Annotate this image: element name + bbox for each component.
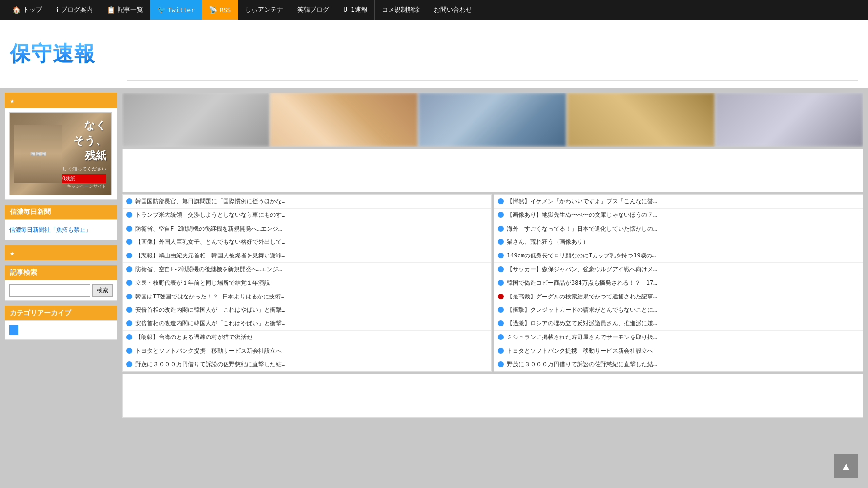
- article-dot: [126, 212, 132, 218]
- home-icon: 🏠: [12, 6, 21, 14]
- featured-banner: [122, 93, 863, 147]
- article-left-item[interactable]: 防衛省、空自F-2戦闘機の後継機を新規開発へ…エンジンなど: [123, 263, 491, 276]
- article-text: トランプ米大統領「交渉しようとしないなら車にものすごい関: [135, 211, 287, 219]
- article-right-item[interactable]: 韓国で偽造コピー商品が384万点も摘発される！？ 1700人ま: [494, 276, 863, 290]
- articles-left-column: 韓国国防部長官、旭日旗問題に「国際慣例に従うほかない事案トランプ米大統領「交渉し…: [122, 194, 492, 372]
- article-left-item[interactable]: 韓国はIT強国ではなかった！？ 日本よりはるかに技術水準が低: [123, 290, 491, 304]
- list-icon: 📋: [107, 6, 115, 14]
- info-icon: ℹ: [56, 6, 59, 14]
- article-dot: [126, 320, 132, 326]
- article-left-item[interactable]: 安倍首相の改造内閣に韓国人が「これはやばい」と衝撃を受け: [123, 317, 491, 331]
- article-text: トヨタとソフトバンク提携 移動サービス新会社設立へ: [507, 347, 653, 355]
- article-left-item[interactable]: 立民・枝野代表が１年前と同じ場所で結党１年演説: [123, 276, 491, 290]
- header-ad-banner: [127, 27, 858, 81]
- article-text: 【サッカー】森保ジャパン、強豪ウルグアイ戦へ向けメンバー: [507, 265, 658, 274]
- article-text: 【画像】外国人巨乳女子、とんでもない格好で外出してしまう: [135, 238, 287, 246]
- article-left-item[interactable]: 防衛省、空自F-2戦闘機の後継機を新規開発へ…エンジンなど: [123, 222, 491, 236]
- article-text: 安倍首相の改造内閣に韓国人が「これはやばい」と衝撃を受け: [135, 306, 287, 314]
- sidebar-ad-image[interactable]: 📰📰📰 なくそう、残紙 詳しく知ってください NO残紙 キャンペーンサイト: [9, 112, 112, 195]
- sidebar-section-search: 記事検索 検索: [5, 265, 117, 301]
- sidebar-ad-badge2: キャンペーンサイト: [58, 183, 106, 190]
- main-content: 韓国国防部長官、旭日旗問題に「国際慣例に従うほかない事案トランプ米大統領「交渉し…: [122, 93, 863, 418]
- sidebar-section-star1: ★ 📰📰📰 なくそう、残紙 詳しく知ってください NO残紙 キャンペーンサイト: [5, 93, 117, 200]
- site-logo[interactable]: 保守速報: [10, 40, 96, 67]
- article-left-item[interactable]: トヨタとソフトバンク提携 移動サービス新会社設立へ: [123, 344, 491, 358]
- article-dot: [498, 198, 504, 204]
- article-dot: [498, 307, 504, 313]
- article-right-item[interactable]: 海外「すごくなってる！」日本で進化していた懐かしのレスト: [494, 222, 863, 236]
- featured-thumb-1[interactable]: [122, 93, 269, 147]
- article-right-item[interactable]: 149cmの低身長でロリ顔なのにIカップ乳を持つ19歳の新人が: [494, 249, 863, 263]
- twitter-icon: 🐦: [157, 6, 165, 14]
- shinano-link[interactable]: 信濃毎日新聞社「魚拓も禁止」: [9, 224, 113, 236]
- nav-blog-guide[interactable]: ℹ ブログ案内: [49, 0, 100, 20]
- article-right-item[interactable]: 【サッカー】森保ジャパン、強豪ウルグアイ戦へ向けメンバー: [494, 263, 863, 276]
- article-dot: [498, 266, 504, 272]
- search-button[interactable]: 検索: [92, 284, 113, 297]
- star-icon-2: ★: [10, 248, 15, 257]
- article-left-item[interactable]: トランプ米大統領「交渉しようとしないなら車にものすごい関: [123, 209, 491, 222]
- search-input[interactable]: [9, 284, 90, 297]
- article-right-item[interactable]: 【愕然】イケメン「かわいいですよ」ブス「こんなに誉められ: [494, 195, 863, 209]
- article-text: トヨタとソフトバンク提携 移動サービス新会社設立へ: [135, 347, 282, 355]
- article-text: 防衛省、空自F-2戦闘機の後継機を新規開発へ…エンジンなど: [135, 265, 287, 274]
- article-dot: [498, 253, 504, 258]
- sidebar: ★ 📰📰📰 なくそう、残紙 詳しく知ってください NO残紙 キャンペーンサイト: [5, 93, 117, 418]
- nav-rss[interactable]: 📡 RSS: [202, 0, 238, 20]
- category-indicator: [9, 325, 18, 335]
- article-dot: [126, 198, 132, 204]
- logo-area: 保守速報: [10, 40, 117, 67]
- article-text: 韓国国防部長官、旭日旗問題に「国際慣例に従うほかない事案: [135, 197, 287, 206]
- nav-comment[interactable]: コメ規制解除: [375, 0, 427, 20]
- article-text: 【過激】ロシアの埋め立て反対派議員さん、推進派に嫌がらせ: [507, 319, 658, 328]
- article-right-item[interactable]: 【最高裁】グーグルの検索結果でかつて逮捕された記事、歯: [494, 290, 863, 304]
- article-dot: [126, 294, 132, 299]
- nav-u1[interactable]: U-1速報: [336, 0, 374, 20]
- nav-contact[interactable]: お問い合わせ: [427, 0, 479, 20]
- article-right-item[interactable]: トヨタとソフトバンク提携 移動サービス新会社設立へ: [494, 344, 863, 358]
- article-right-item[interactable]: ミシュランに掲載された寿司屋さんでサーモンを取り扱っての: [494, 331, 863, 344]
- nav-articles[interactable]: 📋 記事一覧: [100, 0, 150, 20]
- nav-shokan[interactable]: 笑韓ブログ: [290, 0, 336, 20]
- article-left-item[interactable]: 【悲報】鳩山由紀夫元首相 韓国人被爆者を見舞い謝罪「日本: [123, 249, 491, 263]
- article-dot: [126, 239, 132, 245]
- article-right-item[interactable]: 【画像あり】地獄先生ぬ〜べ〜の文庫じゃないほうの７巻持っ: [494, 209, 863, 222]
- article-right-item[interactable]: 野茂に３０００万円借りて訴訟の佐野慈紀に直撃した結果 「弓: [494, 358, 863, 372]
- nav-antenna[interactable]: しぃアンテナ: [238, 0, 290, 20]
- sidebar-ad-sub: 詳しく知ってください: [58, 166, 106, 172]
- article-dot: [498, 334, 504, 340]
- article-left-item[interactable]: 【画像】外国人巨乳女子、とんでもない格好で外出してしまう: [123, 235, 491, 249]
- sidebar-ad-content: 📰📰📰 なくそう、残紙 詳しく知ってください NO残紙 キャンペーンサイト: [5, 108, 117, 200]
- article-dot: [498, 320, 504, 326]
- article-dot: [498, 361, 504, 367]
- sidebar-section-category: カテゴリアーカイブ: [5, 306, 117, 340]
- nav-top[interactable]: 🏠 トップ: [5, 0, 49, 20]
- article-left-item[interactable]: 韓国国防部長官、旭日旗問題に「国際慣例に従うほかない事案: [123, 195, 491, 209]
- sidebar-header-search: 記事検索: [5, 265, 117, 280]
- article-left-item[interactable]: 安倍首相の改造内閣に韓国人が「これはやばい」と衝撃を受け: [123, 303, 491, 317]
- sidebar-shinano-content: 信濃毎日新聞社「魚拓も禁止」: [5, 219, 117, 240]
- category-content: [5, 320, 117, 340]
- article-right-item[interactable]: 猫さん、荒れ狂う（画像あり）: [494, 235, 863, 249]
- featured-thumb-5[interactable]: [716, 93, 863, 147]
- featured-thumb-3[interactable]: [419, 93, 566, 147]
- sidebar-header-star2: ★: [5, 245, 117, 260]
- article-dot: [498, 294, 504, 299]
- main-wrapper: ★ 📰📰📰 なくそう、残紙 詳しく知ってください NO残紙 キャンペーンサイト: [0, 88, 868, 423]
- nav-twitter[interactable]: 🐦 Twitter: [150, 0, 202, 20]
- article-text: 猫さん、荒れ狂う（画像あり）: [507, 238, 589, 246]
- rss-icon: 📡: [209, 6, 217, 14]
- page-header: 保守速報: [0, 20, 868, 88]
- featured-thumb-2[interactable]: [270, 93, 418, 147]
- featured-thumb-4[interactable]: [567, 93, 715, 147]
- article-right-item[interactable]: 【過激】ロシアの埋め立て反対派議員さん、推進派に嫌がらせ: [494, 317, 863, 331]
- article-right-item[interactable]: 【衝撃】クレジットカードの請求がとんでもないことになって: [494, 303, 863, 317]
- article-left-item[interactable]: 野茂に３０００万円借りて訴訟の佐野慈紀に直撃した結果 「弓: [123, 358, 491, 372]
- top-navigation: 🏠 トップ ℹ ブログ案内 📋 記事一覧 🐦 Twitter 📡 RSS しぃア…: [0, 0, 868, 20]
- article-text: 立民・枝野代表が１年前と同じ場所で結党１年演説: [135, 279, 270, 287]
- article-text: 【朗報】台湾のとある過疎の村が猫で復活他: [135, 333, 252, 341]
- sidebar-ad-badge: NO残紙: [58, 174, 106, 183]
- article-text: 韓国で偽造コピー商品が384万点も摘発される！？ 1700人ま: [507, 279, 658, 287]
- article-text: 野茂に３０００万円借りて訴訟の佐野慈紀に直撃した結果 「弓: [507, 361, 658, 369]
- article-left-item[interactable]: 【朗報】台湾のとある過疎の村が猫で復活他: [123, 331, 491, 344]
